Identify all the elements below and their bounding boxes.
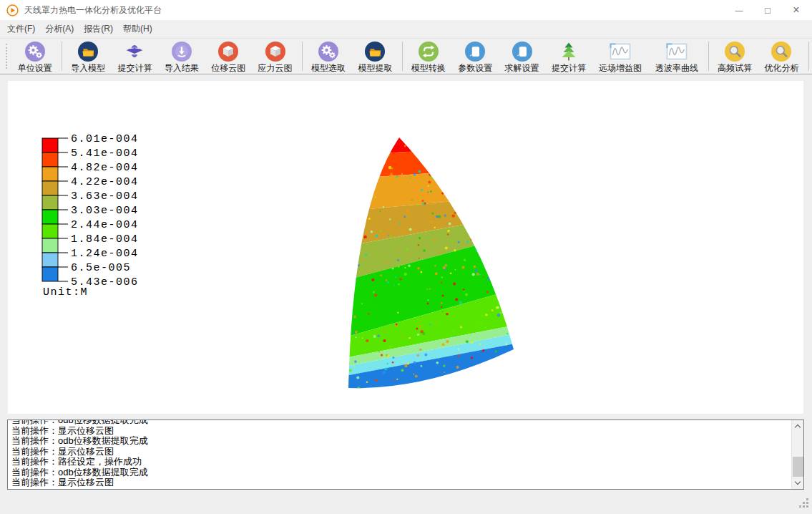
toolbar-label-optimization-analysis: 优化分析 (764, 62, 798, 74)
toolbar-button-farfield-gain-plot[interactable]: 远场增益图 (593, 39, 648, 74)
contour-noise-dot (480, 324, 482, 326)
contour-noise-dot (469, 180, 471, 183)
scroll-down-button[interactable] (792, 477, 803, 489)
legend-color-block (42, 253, 58, 267)
contour-noise-dot (500, 161, 502, 163)
close-button[interactable]: × (782, 0, 811, 20)
toolbar-label-solver-settings: 求解设置 (505, 62, 539, 74)
contour-noise-dot (422, 200, 424, 202)
contour-noise-dot (454, 381, 455, 382)
contour-noise-dot (486, 248, 489, 251)
viewport-canvas[interactable]: 6.01e-0045.41e-0044.82e-0044.22e-0043.63… (8, 81, 803, 414)
contour-noise-dot (479, 215, 481, 218)
contour-noise-dot (366, 381, 368, 383)
contour-noise-dot (421, 365, 423, 367)
contour-noise-dot (395, 276, 396, 278)
contour-noise-dot (494, 184, 495, 185)
contour-noise-dot (459, 301, 462, 304)
contour-noise-dot (337, 202, 338, 203)
scroll-up-button[interactable] (792, 420, 803, 432)
download-icon (171, 41, 192, 62)
toolbar-button-stress-contour[interactable]: 应力云图 (253, 39, 298, 74)
contour-noise-dot (383, 371, 386, 374)
contour-noise-dot (496, 306, 498, 309)
contour-noise-dot (404, 364, 407, 367)
toolbar-button-submit-calculation[interactable]: 提交计算 (112, 39, 157, 74)
contour-noise-dot (416, 327, 418, 329)
contour-noise-dot (435, 272, 438, 275)
contour-noise-dot (422, 202, 425, 205)
contour-noise-dot (392, 357, 394, 359)
contour-noise-dot (419, 349, 421, 351)
toolbar-button-import-results[interactable]: 导入结果 (159, 39, 204, 74)
contour-noise-dot (456, 155, 459, 157)
toolbar-button-transmittance-curve[interactable]: 透波率曲线 (650, 39, 705, 74)
contour-noise-dot (396, 379, 398, 380)
contour-noise-dot (336, 220, 337, 221)
scrollbar-thumb[interactable] (793, 457, 803, 477)
minimize-button[interactable]: — (725, 0, 753, 20)
contour-noise-dot (341, 384, 344, 387)
contour-noise-dot (451, 240, 454, 242)
menu-item-analysis[interactable]: 分析(A) (40, 20, 79, 38)
contour-noise-dot (333, 324, 336, 326)
contour-noise-dot (401, 335, 403, 336)
contour-noise-dot (375, 140, 378, 142)
toolbar-button-import-model[interactable]: 导入模型 (65, 39, 110, 74)
contour-noise-dot (378, 351, 380, 352)
menu-item-file[interactable]: 文件(F) (2, 20, 40, 38)
toolbar-button-optimization-analysis[interactable]: 优化分析 (759, 39, 804, 74)
toolbar-button-model-selection[interactable]: 模型选取 (305, 39, 351, 74)
contour-noise-dot (490, 236, 491, 238)
contour-noise-dot (517, 251, 519, 253)
toolbar-button-model-extraction[interactable]: 模型提取 (353, 39, 398, 74)
log-scrollbar[interactable] (791, 420, 803, 489)
toolbar-button-parameter-settings[interactable]: 参数设置 (452, 39, 497, 74)
toolbar-button-solver-settings[interactable]: 求解设置 (499, 39, 544, 74)
contour-noise-dot (330, 324, 331, 326)
contour-noise-dot (338, 176, 340, 178)
contour-noise-dot (368, 218, 371, 220)
cube-icon (265, 41, 286, 62)
contour-noise-dot (474, 147, 476, 150)
contour-noise-dot (370, 158, 372, 160)
toolbar-separator (402, 42, 403, 71)
contour-noise-dot (400, 266, 401, 267)
contour-noise-dot (452, 214, 455, 217)
contour-noise-dot (411, 200, 413, 201)
contour-noise-dot (419, 175, 421, 178)
contour-noise-dot (482, 349, 484, 351)
resize-grip-icon[interactable] (799, 498, 809, 511)
contour-noise-dot (504, 218, 507, 221)
toolbar-button-displacement-contour[interactable]: 位移云图 (206, 39, 251, 74)
contour-noise-dot (353, 366, 355, 367)
toolbar-button-hf-trial-calculation[interactable]: 高频试算 (712, 39, 757, 74)
contour-noise-dot (489, 258, 491, 260)
contour-noise-dot (398, 223, 400, 224)
contour-noise-dot (398, 266, 399, 268)
legend-value: 5.41e-004 (71, 147, 139, 160)
maximize-button[interactable]: □ (753, 0, 782, 20)
contour-noise-dot (527, 244, 529, 246)
contour-noise-dot (387, 281, 389, 283)
contour-noise-dot (398, 249, 399, 251)
log-line: 当前操作：显示位移云图 (11, 447, 803, 457)
contour-noise-dot (449, 223, 451, 226)
legend-color-block (42, 138, 58, 152)
contour-noise-dot (495, 350, 497, 352)
contour-noise-dot (381, 354, 383, 356)
contour-noise-dot (514, 347, 516, 349)
contour-noise-dot (469, 141, 471, 143)
contour-noise-dot (427, 303, 429, 305)
contour-noise-dot (444, 146, 446, 148)
contour-noise-dot (528, 180, 530, 182)
contour-noise-dot (518, 345, 519, 346)
toolbar-button-unit-settings[interactable]: 单位设置 (12, 39, 57, 74)
toolbar-button-model-conversion[interactable]: 模型转换 (406, 39, 451, 74)
menu-item-help[interactable]: 帮助(H) (118, 20, 157, 38)
contour-noise-dot (475, 147, 478, 150)
legend-color-block (42, 210, 58, 224)
menu-item-report[interactable]: 报告(R) (79, 20, 118, 38)
contour-noise-dot (452, 330, 454, 332)
toolbar-button-submit-calculation-hf[interactable]: 提交计算 (546, 39, 591, 74)
